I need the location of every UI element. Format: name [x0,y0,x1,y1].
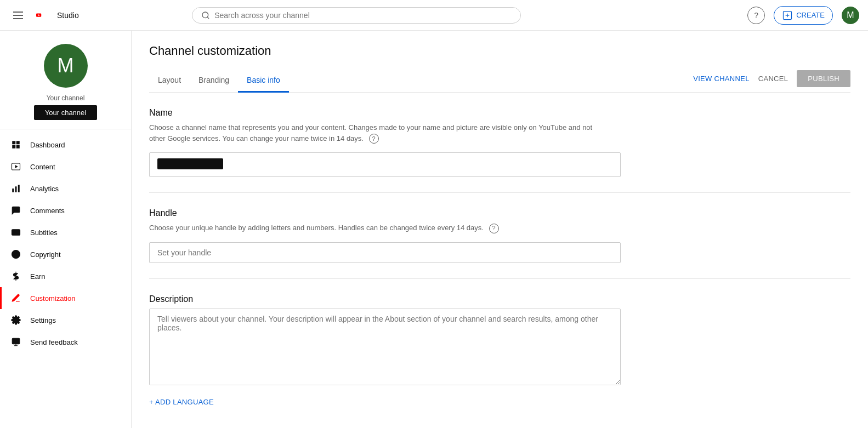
publish-button[interactable]: PUBLISH [797,70,850,87]
view-channel-button[interactable]: VIEW CHANNEL [693,75,750,83]
sidebar-item-settings[interactable]: Settings [0,309,131,331]
svg-marker-12 [15,165,18,168]
logo-text: Studio [57,11,79,20]
description-input[interactable] [149,309,621,385]
handle-input[interactable] [149,242,621,263]
copyright-icon: C [10,249,21,260]
sidebar-item-customization-label: Customization [30,294,75,303]
sidebar-item-customization[interactable]: Customization [0,287,131,309]
sidebar-item-copyright-label: Copyright [30,250,61,259]
add-language-button[interactable]: + ADD LANGUAGE [149,398,214,406]
name-section: Name Choose a channel name that represen… [149,93,850,193]
svg-rect-23 [12,338,20,344]
handle-section-title: Handle [149,208,850,218]
name-section-desc: Choose a channel name that represents yo… [149,122,599,144]
create-icon [782,10,793,21]
sidebar-item-content[interactable]: Content [0,156,131,178]
handle-section: Handle Choose your unique handle by addi… [149,193,850,279]
tabs-left: Layout Branding Basic info [149,69,289,92]
description-section: Description + ADD LANGUAGE [149,279,850,421]
tab-branding[interactable]: Branding [190,69,238,93]
name-input-wrapper [149,152,621,177]
tab-basic-info[interactable]: Basic info [238,69,289,93]
cancel-button[interactable]: CANCEL [758,75,788,83]
logo[interactable]: Studio [36,9,79,21]
svg-rect-9 [12,145,15,149]
comments-icon [10,205,21,216]
header-left: Studio [9,7,79,24]
analytics-icon [10,183,21,194]
tabs-bar: Layout Branding Basic info VIEW CHANNEL … [149,69,850,93]
handle-section-desc: Choose your unique handle by adding lett… [149,222,599,233]
search-input[interactable] [214,11,512,20]
search-container [192,7,521,24]
name-section-title: Name [149,108,850,118]
channel-info: M Your channel Your channel [0,31,131,129]
svg-line-3 [207,17,209,19]
sidebar-item-analytics[interactable]: Analytics [0,178,131,199]
name-redacted-value [157,158,223,169]
sidebar: M Your channel Your channel Dashboard Co… [0,31,132,428]
svg-rect-8 [16,141,20,144]
hamburger-menu[interactable] [9,7,27,24]
svg-text:C: C [14,252,18,257]
sidebar-item-comments-label: Comments [30,207,65,215]
customization-icon [10,293,21,304]
sidebar-channel-avatar[interactable]: M [44,44,88,88]
sidebar-channel-name-button[interactable]: Your channel [34,105,97,120]
create-label: CREATE [796,11,825,19]
sidebar-item-analytics-label: Analytics [30,185,59,193]
svg-rect-10 [16,145,20,149]
sidebar-item-settings-label: Settings [30,316,56,324]
settings-icon [10,315,21,326]
subtitles-icon [10,227,21,238]
sidebar-item-dashboard-label: Dashboard [30,141,65,149]
svg-rect-14 [15,186,17,192]
header-right: ? CREATE M [747,6,859,25]
content-icon [10,161,21,172]
sidebar-item-comments[interactable]: Comments [0,199,131,221]
search-icon [201,11,210,20]
sidebar-item-content-label: Content [30,163,55,171]
description-section-title: Description [149,294,850,304]
svg-rect-7 [12,141,15,144]
dashboard-icon [10,139,21,150]
svg-point-2 [202,12,208,18]
sidebar-item-send-feedback[interactable]: Send feedback [0,331,131,353]
sidebar-item-dashboard[interactable]: Dashboard [0,134,131,156]
svg-rect-15 [18,185,20,192]
sidebar-channel-label: Your channel [47,94,85,102]
handle-help-icon[interactable]: ? [489,224,499,233]
sidebar-item-subtitles-label: Subtitles [30,229,58,237]
sidebar-item-earn-label: Earn [30,272,45,281]
sidebar-item-subtitles[interactable]: Subtitles [0,221,131,243]
tab-layout[interactable]: Layout [149,69,190,93]
svg-rect-13 [12,189,14,192]
user-avatar[interactable]: M [842,7,859,24]
youtube-icon [36,9,54,21]
sidebar-item-copyright[interactable]: C Copyright [0,243,131,265]
sidebar-nav: Dashboard Content Analytics [0,129,131,357]
header: Studio ? CREATE M [0,0,868,31]
help-button[interactable]: ? [747,7,765,24]
create-button[interactable]: CREATE [774,6,833,25]
page-title: Channel customization [149,44,850,58]
search-bar [192,7,521,24]
earn-icon [10,271,21,282]
sidebar-item-earn[interactable]: Earn [0,265,131,287]
sidebar-item-send-feedback-label: Send feedback [30,338,78,346]
app-layout: M Your channel Your channel Dashboard Co… [0,31,868,428]
main-content: Channel customization Layout Branding Ba… [132,31,868,428]
tabs-actions: VIEW CHANNEL CANCEL PUBLISH [693,70,850,92]
name-help-icon[interactable]: ? [369,134,379,144]
feedback-icon [10,336,21,347]
